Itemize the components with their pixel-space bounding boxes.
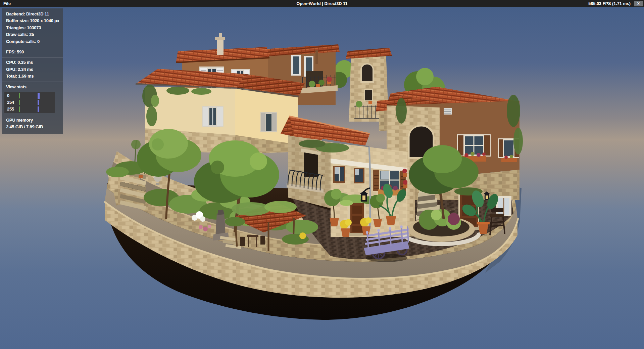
view-stats-label: View stats bbox=[2, 84, 63, 90]
front-window-1 bbox=[333, 166, 345, 183]
side-window bbox=[260, 112, 277, 132]
histogram-purple-tick bbox=[38, 93, 40, 99]
cream-window bbox=[202, 106, 224, 127]
stat-compute-calls: Compute calls: 0 bbox=[2, 38, 63, 45]
panel-divider bbox=[2, 82, 63, 82]
stat-gpu: GPU: 2.34 ms bbox=[2, 66, 63, 73]
histogram-purple-tick bbox=[38, 106, 39, 112]
histogram-purple-tick bbox=[38, 100, 39, 105]
stat-fps: FPS: 590 bbox=[2, 49, 63, 55]
close-button[interactable]: X bbox=[634, 1, 643, 6]
histogram-green-tick bbox=[19, 93, 20, 98]
stat-draw-calls: Draw calls: 25 bbox=[2, 31, 63, 38]
stat-triangles: Triangles: 103073 bbox=[2, 25, 63, 31]
stat-backend: Backend: Direct3D 11 bbox=[2, 11, 63, 17]
right-lower-window bbox=[496, 196, 511, 216]
close-icon: X bbox=[637, 2, 640, 6]
fps-readout: 585.03 FPS (1.71 ms) bbox=[588, 1, 631, 6]
panel-divider bbox=[2, 47, 63, 47]
viewport-3d[interactable] bbox=[0, 0, 644, 349]
gpu-memory-label: GPU memory bbox=[2, 117, 63, 124]
histogram-green-tick bbox=[19, 106, 20, 112]
tower-arched-window bbox=[361, 64, 373, 82]
stats-overlay-panel: Backend: Direct3D 11 Buffer size: 1920 x… bbox=[2, 8, 63, 134]
title-bar: File Open-World | Direct3D 11 585.03 FPS… bbox=[0, 0, 644, 7]
app-window: { "titlebar": { "menu_file": "File", "ti… bbox=[0, 0, 644, 349]
panel-divider bbox=[2, 57, 63, 57]
panel-divider bbox=[2, 115, 63, 115]
window-title: Open-World | Direct3D 11 bbox=[296, 1, 347, 6]
histogram-green-tick bbox=[19, 100, 20, 105]
gpu-memory-value: 2.45 GiB / 7.89 GiB bbox=[2, 124, 63, 130]
view-stats-histogram: 0 254 255 bbox=[4, 92, 55, 113]
histogram-row-label: 254 bbox=[7, 99, 14, 106]
stat-total: Total: 1.69 ms bbox=[2, 73, 63, 80]
front-window-2 bbox=[354, 168, 364, 183]
histogram-row: 254 bbox=[4, 99, 55, 106]
stat-buffer-size: Buffer size: 1920 x 1040 px bbox=[2, 17, 63, 24]
stat-cpu: CPU: 0.35 ms bbox=[2, 59, 63, 66]
terracotta-pot bbox=[139, 175, 143, 178]
menu-file[interactable]: File bbox=[0, 0, 16, 7]
tower-window-small bbox=[364, 89, 373, 101]
histogram-row-label: 255 bbox=[7, 106, 14, 113]
histogram-row: 255 bbox=[4, 106, 55, 113]
histogram-row-label: 0 bbox=[7, 92, 9, 99]
histogram-row: 0 bbox=[4, 92, 55, 99]
